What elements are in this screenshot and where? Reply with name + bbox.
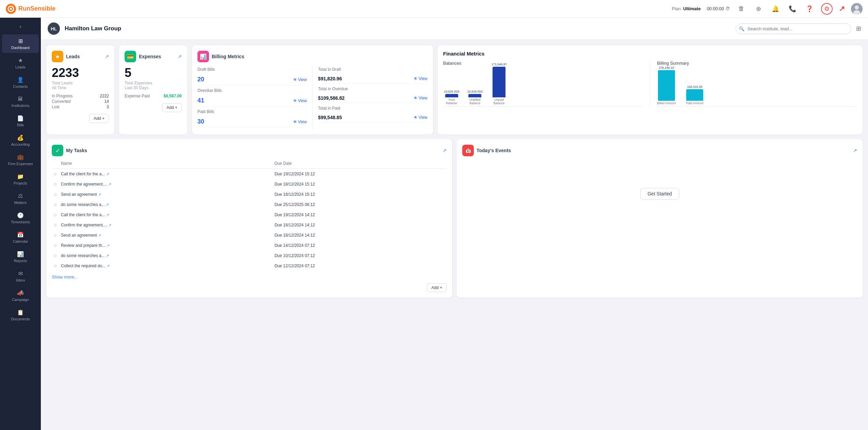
task-link-5[interactable]: ↗ — [108, 223, 111, 227]
sidebar-item-projects[interactable]: 📁 Projects — [2, 170, 39, 189]
sidebar-label-institutions: Institutions — [12, 103, 30, 108]
documents-icon: 📋 — [17, 309, 24, 316]
billing-total-paid-view[interactable]: 👁 View — [414, 115, 428, 120]
sidebar-item-matters[interactable]: ⚖ Matters — [2, 189, 39, 208]
bell-icon-btn[interactable]: 🔔 — [770, 3, 781, 14]
billing-total-paid: Total in Paid $99,548.85 👁 View — [318, 105, 427, 124]
billing-total-overdue-view[interactable]: 👁 View — [414, 96, 428, 100]
sidebar-item-bills[interactable]: 📄 Bills — [2, 112, 39, 130]
task-due-1: Due 18/12/2024 15:12 — [272, 179, 447, 189]
sidebar-item-documents[interactable]: 📋 Documents — [2, 306, 39, 324]
task-link-3[interactable]: ↗ — [106, 203, 109, 207]
events-ext-link[interactable]: ↗ — [853, 148, 857, 153]
tasks-add-btn[interactable]: Add + — [427, 283, 447, 292]
billing-draft-view[interactable]: 👁 View — [293, 77, 307, 82]
billing-paid-view[interactable]: 👁 View — [293, 120, 307, 124]
financial-charts: Balances 10,626.503 Trust Retainer — [443, 61, 857, 107]
institutions-icon: 🏛 — [18, 96, 23, 102]
task-name-5: Confirm the agreement.... ↗ — [59, 220, 272, 230]
task-check-6[interactable]: ○ — [52, 230, 59, 240]
events-card: 📅 Today's Events ↗ Get Started — [457, 139, 863, 298]
sidebar-collapse-btn[interactable]: ‹ — [0, 20, 41, 33]
matters-icon: ⚖ — [18, 193, 23, 199]
sidebar-item-reports[interactable]: 📊 Reports — [2, 248, 39, 266]
task-link-4[interactable]: ↗ — [106, 213, 109, 217]
bar-paid-amount-bar — [686, 89, 703, 101]
sidebar-item-institutions[interactable]: 🏛 Institutions — [2, 93, 39, 111]
sidebar-item-firm-expenses[interactable]: 💼 Firm Expenses — [2, 150, 39, 169]
sidebar-label-calendar: Calendar — [13, 239, 28, 243]
leads-card: ★ Leads ↗ 2233 Total Leads All Time In P… — [46, 45, 114, 134]
leads-add-btn[interactable]: Add + — [89, 114, 109, 123]
help-icon-btn[interactable]: ❓ — [804, 3, 815, 14]
sidebar-item-timesheets[interactable]: 🕐 Timesheets — [2, 209, 39, 227]
tasks-ext-link[interactable]: ↗ — [443, 148, 447, 153]
user-avatar-btn[interactable] — [851, 3, 863, 15]
col-due: Due Date — [272, 160, 447, 169]
sidebar-item-calendar[interactable]: 📅 Calendar — [2, 228, 39, 247]
sidebar-item-leads[interactable]: ★ Leads — [2, 54, 39, 73]
task-check-5[interactable]: ○ — [52, 220, 59, 230]
expenses-subtitle: Total Expenses Last 30 Days — [125, 81, 182, 90]
calendar-icon: 📅 — [17, 232, 24, 238]
events-title: Today's Events — [477, 148, 511, 153]
task-link-9[interactable]: ↗ — [107, 264, 110, 268]
expenses-ext-link[interactable]: ↗ — [178, 54, 182, 59]
financial-title: Financial Metrics — [443, 51, 857, 57]
phone-icon-btn[interactable]: 📞 — [787, 3, 798, 14]
tasks-card: ✓ My Tasks ↗ Name Due Date — [46, 139, 452, 298]
get-started-btn[interactable]: Get Started — [640, 188, 679, 200]
task-link-2[interactable]: ↗ — [98, 192, 101, 196]
task-link-7[interactable]: ↗ — [107, 243, 110, 248]
inbox-icon: ✉ — [18, 270, 23, 277]
trash-icon-btn[interactable]: 🗑 — [736, 3, 747, 14]
table-row: ○ Call the client for the a... ↗ Due 19/… — [52, 210, 447, 220]
task-link-0[interactable]: ↗ — [106, 172, 109, 176]
svg-point-4 — [855, 5, 859, 10]
sidebar-item-inbox[interactable]: ✉ Inbox — [2, 267, 39, 286]
billing-total-draft-view[interactable]: 👁 View — [414, 76, 428, 81]
sidebar-item-contacts[interactable]: 👤 Contacts — [2, 73, 39, 92]
task-check-7[interactable]: ○ — [52, 240, 59, 251]
sidebar-item-dashboard[interactable]: ⊞ Dashboard — [2, 34, 39, 53]
task-check-8[interactable]: ○ — [52, 251, 59, 261]
sidebar-label-leads: Leads — [15, 65, 26, 69]
task-link-1[interactable]: ↗ — [108, 182, 111, 186]
sidebar-label-firm-expenses: Firm Expenses — [8, 162, 33, 166]
task-name-6: Send an agreement ↗ — [59, 230, 272, 240]
settings-icon-btn[interactable]: ⚙ — [821, 3, 833, 15]
task-link-6[interactable]: ↗ — [98, 233, 101, 237]
sidebar-label-projects: Projects — [14, 181, 27, 185]
billing-summary-chart: 276,180.42 Billed Amount 104,531.55 Paid… — [657, 69, 857, 107]
external-link-icon[interactable]: ⊞ — [856, 25, 861, 32]
task-check-3[interactable]: ○ — [52, 200, 59, 210]
table-row: ○ Confirm the agreement.... ↗ Due 18/12/… — [52, 220, 447, 230]
bills-icon: 📄 — [17, 115, 24, 122]
task-due-3: Due 25/12/2025 06:12 — [272, 200, 447, 210]
table-row: ○ Review and prepare th... ↗ Due 14/12/2… — [52, 240, 447, 251]
top-row: ★ Leads ↗ 2233 Total Leads All Time In P… — [46, 45, 863, 134]
show-more-link[interactable]: Show more... — [52, 274, 78, 280]
task-check-9[interactable]: ○ — [52, 261, 59, 271]
search-icon: 🔍 — [739, 26, 744, 31]
billing-paid: Paid Bills 30 👁 View — [197, 108, 307, 129]
sidebar-item-accounting[interactable]: 💰 Accounting — [2, 131, 39, 150]
events-body: Get Started — [462, 160, 857, 228]
leads-ext-link[interactable]: ↗ — [105, 54, 109, 59]
billing-grid: Draft Bills 20 👁 View Overdue Bills — [197, 66, 428, 129]
search-input[interactable] — [736, 23, 851, 34]
balances-section: Balances 10,626.503 Trust Retainer — [443, 61, 643, 107]
add-icon-btn[interactable]: ⊕ — [753, 3, 764, 14]
billing-card-icon: 📊 — [197, 51, 209, 62]
task-link-8[interactable]: ↗ — [106, 254, 109, 258]
task-check-2[interactable]: ○ — [52, 189, 59, 200]
billing-overdue-row: 41 👁 View — [197, 95, 307, 107]
expenses-add-btn[interactable]: Add + — [162, 103, 182, 112]
task-check-1[interactable]: ○ — [52, 179, 59, 189]
task-check-4[interactable]: ○ — [52, 210, 59, 220]
task-check-0[interactable]: ○ — [52, 169, 59, 179]
bar-unpaid-bar — [493, 67, 505, 97]
expenses-card-title: Expenses — [139, 54, 161, 59]
sidebar-item-campaign[interactable]: 📣 Campaign — [2, 286, 39, 305]
billing-overdue-view[interactable]: 👁 View — [293, 98, 307, 103]
